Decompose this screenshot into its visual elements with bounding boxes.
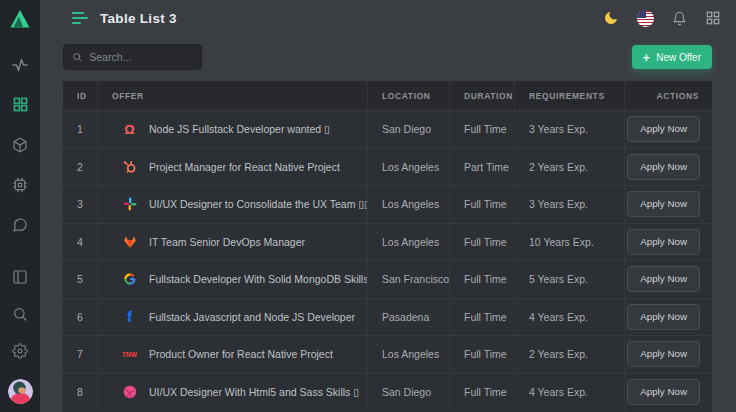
col-header-id: ID	[63, 81, 98, 110]
row-duration: Full Time	[450, 111, 515, 148]
offers-table: ID OFFER LOCATION DURATION REQUIREMENTS …	[63, 81, 712, 412]
layout-sidebar-icon[interactable]	[12, 268, 29, 285]
row-id: 5	[63, 261, 98, 298]
dribbble-logo-icon	[122, 384, 137, 399]
search-input-icon	[72, 51, 82, 63]
row-requirements: 3 Years Exp.	[515, 111, 625, 148]
row-location: San Diego	[368, 374, 450, 411]
row-duration: Part Time	[450, 149, 515, 186]
row-requirements: 4 Years Exp.	[515, 299, 625, 336]
slack-logo-icon	[122, 197, 137, 212]
row-location: Pasadena	[368, 299, 450, 336]
table-header-row: ID OFFER LOCATION DURATION REQUIREMENTS …	[63, 81, 712, 110]
hubspot-logo-icon	[122, 159, 137, 174]
moon-icon[interactable]	[602, 9, 620, 27]
bell-icon[interactable]	[670, 9, 688, 27]
tnw-logo-icon: TNW	[122, 347, 137, 362]
topbar-icons	[602, 9, 722, 27]
search-input[interactable]	[89, 51, 193, 63]
table-row: 8 UI/UX Designer With Html5 and Sass Ski…	[63, 373, 712, 411]
row-location: Los Angeles	[368, 149, 450, 186]
box-icon[interactable]	[12, 136, 29, 153]
apply-now-button[interactable]: Apply Now	[627, 379, 700, 405]
chat-bubble-icon[interactable]	[12, 216, 29, 233]
hamburger-menu-icon[interactable]	[72, 12, 88, 24]
offer-title: Product Owner for React Native Project	[149, 348, 333, 360]
table-row: 6 f Fullstack Javascript and Node JS Dev…	[63, 298, 712, 336]
row-duration: Full Time	[450, 374, 515, 411]
apply-now-button[interactable]: Apply Now	[627, 116, 700, 142]
table-row: 1 Ω Node JS Fullstack Developer wanted ▯…	[63, 110, 712, 148]
col-header-location: LOCATION	[368, 81, 450, 110]
row-id: 1	[63, 111, 98, 148]
col-header-actions: ACTIONS	[625, 81, 712, 110]
row-id: 3	[63, 186, 98, 223]
row-location: San Francisco	[368, 261, 450, 298]
col-header-requirements: REQUIREMENTS	[515, 81, 625, 110]
row-id: 8	[63, 374, 98, 411]
cpu-icon[interactable]	[12, 176, 29, 193]
row-id: 6	[63, 299, 98, 336]
search-icon[interactable]	[12, 305, 29, 322]
page-title: Table List 3	[100, 11, 177, 26]
col-header-duration: DURATION	[450, 81, 515, 110]
apply-now-button[interactable]: Apply Now	[627, 154, 700, 180]
settings-gear-icon[interactable]	[12, 342, 29, 359]
gitlab-logo-icon	[122, 234, 137, 249]
row-id: 4	[63, 224, 98, 261]
apply-now-button[interactable]: Apply Now	[627, 229, 700, 255]
row-duration: Full Time	[450, 186, 515, 223]
row-requirements: 2 Years Exp.	[515, 336, 625, 373]
new-offer-label: New Offer	[656, 52, 701, 63]
sidebar-nav	[12, 56, 29, 233]
table-row: 3 UI/UX Designer to Consolidate the UX T…	[63, 185, 712, 223]
search-box[interactable]	[63, 44, 202, 70]
row-location: Los Angeles	[368, 224, 450, 261]
row-id: 2	[63, 149, 98, 186]
offer-title: IT Team Senior DevOps Manager	[149, 236, 305, 248]
table-row: 2 Project Manager for React Native Proje…	[63, 148, 712, 186]
table-row: 4 IT Team Senior DevOps Manager Los Ange…	[63, 223, 712, 261]
col-header-offer: OFFER	[98, 81, 368, 110]
row-id: 7	[63, 336, 98, 373]
top-navbar: Table List 3	[40, 0, 736, 36]
offer-title: Fullstack Javascript and Node JS Develop…	[149, 311, 355, 323]
row-location: San Diego	[368, 111, 450, 148]
row-requirements: 3 Years Exp.	[515, 186, 625, 223]
offer-title: UI/UX Designer With Html5 and Sass Skill…	[149, 386, 359, 398]
row-requirements: 2 Years Exp.	[515, 149, 625, 186]
user-avatar[interactable]	[8, 379, 33, 404]
row-requirements: 4 Years Exp.	[515, 374, 625, 411]
us-flag-icon[interactable]	[636, 9, 654, 27]
row-duration: Full Time	[450, 299, 515, 336]
apply-now-button[interactable]: Apply Now	[627, 304, 700, 330]
airbnb-logo-icon: Ω	[122, 122, 137, 137]
offer-title: UI/UX Designer to Consolidate the UX Tea…	[149, 198, 368, 210]
main-area: Table List 3	[40, 0, 736, 412]
dashboard-grid-icon[interactable]	[12, 96, 29, 113]
row-requirements: 10 Years Exp.	[515, 224, 625, 261]
row-location: Los Angeles	[368, 336, 450, 373]
apply-now-button[interactable]: Apply Now	[627, 191, 700, 217]
apply-now-button[interactable]: Apply Now	[627, 341, 700, 367]
app-logo[interactable]	[8, 7, 32, 35]
sidebar-bottom-nav	[8, 268, 33, 412]
row-location: Los Angeles	[368, 186, 450, 223]
offer-title: Project Manager for React Native Project	[149, 161, 340, 173]
apply-now-button[interactable]: Apply Now	[627, 266, 700, 292]
row-requirements: 5 Years Exp.	[515, 261, 625, 298]
plus-icon: +	[643, 51, 651, 64]
facebook-logo-icon: f	[122, 309, 137, 324]
toolbar: + New Offer	[40, 36, 736, 70]
sidebar	[0, 0, 40, 412]
offer-title: Fullstack Developer With Solid MongoDB S…	[149, 273, 368, 285]
row-duration: Full Time	[450, 336, 515, 373]
new-offer-button[interactable]: + New Offer	[632, 45, 712, 69]
google-logo-icon	[122, 272, 137, 287]
activity-icon[interactable]	[12, 56, 29, 73]
table-row: 7 TNW Product Owner for React Native Pro…	[63, 335, 712, 373]
row-duration: Full Time	[450, 224, 515, 261]
row-duration: Full Time	[450, 261, 515, 298]
table-row: 5 Fullstack Developer With Solid MongoDB…	[63, 260, 712, 298]
apps-grid-icon[interactable]	[704, 9, 722, 27]
